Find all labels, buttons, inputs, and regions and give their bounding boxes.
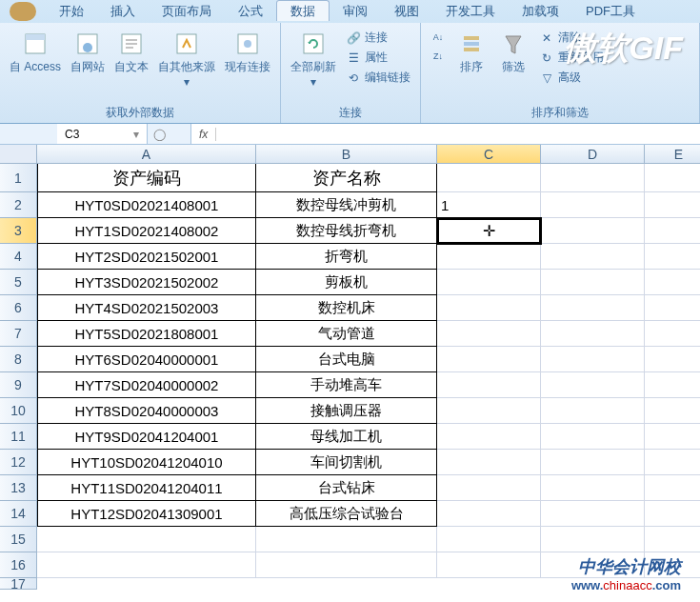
row-header-12[interactable]: 12 — [0, 450, 37, 475]
office-button[interactable] — [10, 2, 36, 21]
cell-B7[interactable]: 气动管道 — [256, 321, 437, 347]
row-header-6[interactable]: 6 — [0, 295, 37, 321]
cell-A1[interactable]: 资产编码 — [37, 164, 256, 192]
cell-A11[interactable]: HYT9SD02041204001 — [37, 424, 256, 450]
row-header-10[interactable]: 10 — [0, 398, 37, 424]
cell-E15[interactable] — [645, 527, 700, 552]
col-header-C[interactable]: C — [437, 145, 541, 164]
cell-C8[interactable] — [437, 347, 541, 372]
cell-C5[interactable] — [437, 270, 541, 295]
cell-E7[interactable] — [645, 321, 700, 347]
cell-A7[interactable]: HYT5SD02021808001 — [37, 321, 256, 347]
cell-C2[interactable]: 1 — [437, 192, 541, 218]
cell-C12[interactable] — [437, 450, 541, 475]
row-header-11[interactable]: 11 — [0, 424, 37, 450]
row-header-15[interactable]: 15 — [0, 527, 37, 552]
cell-E12[interactable] — [645, 450, 700, 475]
existing-connections-button[interactable]: 现有连接 — [221, 27, 274, 77]
cell-B12[interactable]: 车间切割机 — [256, 450, 437, 475]
cell-B8[interactable]: 台式电脑 — [256, 347, 437, 372]
tab-公式[interactable]: 公式 — [225, 1, 276, 21]
select-all-corner[interactable] — [0, 145, 37, 164]
cell-D5[interactable] — [541, 270, 645, 295]
cell-C4[interactable] — [437, 244, 541, 270]
cell-D10[interactable] — [541, 398, 645, 424]
cell-C9[interactable] — [437, 372, 541, 398]
cell-B5[interactable]: 剪板机 — [256, 270, 437, 295]
cell-B10[interactable]: 接触调压器 — [256, 398, 437, 424]
cell-D1[interactable] — [541, 164, 645, 192]
cell-C16[interactable] — [437, 552, 541, 578]
row-header-8[interactable]: 8 — [0, 347, 37, 372]
from-other-button[interactable]: 自其他来源▾ — [154, 27, 219, 90]
tab-PDF工具[interactable]: PDF工具 — [572, 1, 649, 21]
refresh-all-button[interactable]: 全部刷新▾ — [287, 27, 340, 90]
cell-C15[interactable] — [437, 527, 541, 552]
cell-D13[interactable] — [541, 475, 645, 501]
cell-A8[interactable]: HYT6SD02040000001 — [37, 347, 256, 372]
cell-B2[interactable]: 数控母线冲剪机 — [256, 192, 437, 218]
cell-A4[interactable]: HYT2SD02021502001 — [37, 244, 256, 270]
cell-A6[interactable]: HYT4SD02021502003 — [37, 295, 256, 321]
cell-E13[interactable] — [645, 475, 700, 501]
col-header-A[interactable]: A — [37, 145, 256, 164]
cell-D12[interactable] — [541, 450, 645, 475]
cell-C7[interactable] — [437, 321, 541, 347]
cell-B1[interactable]: 资产名称 — [256, 164, 437, 192]
cell-D9[interactable] — [541, 372, 645, 398]
cell-B11[interactable]: 母线加工机 — [256, 424, 437, 450]
row-header-13[interactable]: 13 — [0, 475, 37, 501]
sort-button[interactable]: 排序 — [451, 27, 491, 77]
cell-E9[interactable] — [645, 372, 700, 398]
cell-B3[interactable]: 数控母线折弯机 — [256, 218, 437, 244]
tab-开始[interactable]: 开始 — [46, 1, 97, 21]
cell-D4[interactable] — [541, 244, 645, 270]
cell-D7[interactable] — [541, 321, 645, 347]
cell-E6[interactable] — [645, 295, 700, 321]
cell-C3[interactable]: ✛ — [437, 218, 541, 244]
from-text-button[interactable]: 自文本 — [110, 27, 152, 77]
cell-B14[interactable]: 高低压综合试验台 — [256, 501, 437, 527]
row-header-9[interactable]: 9 — [0, 372, 37, 398]
cell-C10[interactable] — [437, 398, 541, 424]
properties-button[interactable]: ☰属性 — [344, 49, 412, 67]
cell-A3[interactable]: HYT1SD02021408002 — [37, 218, 256, 244]
tab-视图[interactable]: 视图 — [381, 1, 432, 21]
grid[interactable]: 资产编码资产名称HYT0SD02021408001数控母线冲剪机1HYT1SD0… — [37, 164, 700, 578]
cell-C14[interactable] — [437, 501, 541, 527]
cell-E11[interactable] — [645, 424, 700, 450]
cell-D3[interactable] — [541, 218, 645, 244]
col-header-D[interactable]: D — [541, 145, 645, 164]
tab-加载项[interactable]: 加载项 — [509, 1, 572, 21]
cell-E10[interactable] — [645, 398, 700, 424]
cell-E4[interactable] — [645, 244, 700, 270]
cell-E2[interactable] — [645, 192, 700, 218]
cell-E8[interactable] — [645, 347, 700, 372]
sort-az-button[interactable]: A↓ — [429, 29, 448, 46]
tab-数据[interactable]: 数据 — [276, 0, 330, 21]
row-header-2[interactable]: 2 — [0, 192, 37, 218]
formula-input[interactable] — [216, 127, 700, 141]
cell-D15[interactable] — [541, 527, 645, 552]
cell-A5[interactable]: HYT3SD02021502002 — [37, 270, 256, 295]
cell-A16[interactable] — [37, 552, 256, 578]
cell-E1[interactable] — [645, 164, 700, 192]
cell-B9[interactable]: 手动堆高车 — [256, 372, 437, 398]
cell-A13[interactable]: HYT11SD02041204011 — [37, 475, 256, 501]
tab-开发工具[interactable]: 开发工具 — [432, 1, 509, 21]
dropdown-icon[interactable]: ▾ — [133, 128, 139, 141]
from-access-button[interactable]: 自 Access — [6, 27, 65, 77]
name-box-input[interactable] — [65, 128, 122, 141]
row-header-1[interactable]: 1 — [0, 164, 37, 192]
cell-C11[interactable] — [437, 424, 541, 450]
cell-E5[interactable] — [645, 270, 700, 295]
row-header-7[interactable]: 7 — [0, 321, 37, 347]
cell-B4[interactable]: 折弯机 — [256, 244, 437, 270]
cell-D6[interactable] — [541, 295, 645, 321]
cell-D11[interactable] — [541, 424, 645, 450]
cell-C13[interactable] — [437, 475, 541, 501]
advanced-button[interactable]: ▽高级 — [537, 69, 606, 87]
sort-za-button[interactable]: Z↓ — [429, 48, 448, 65]
reapply-button[interactable]: ↻重新应用 — [537, 49, 606, 67]
cell-C1[interactable] — [437, 164, 541, 192]
